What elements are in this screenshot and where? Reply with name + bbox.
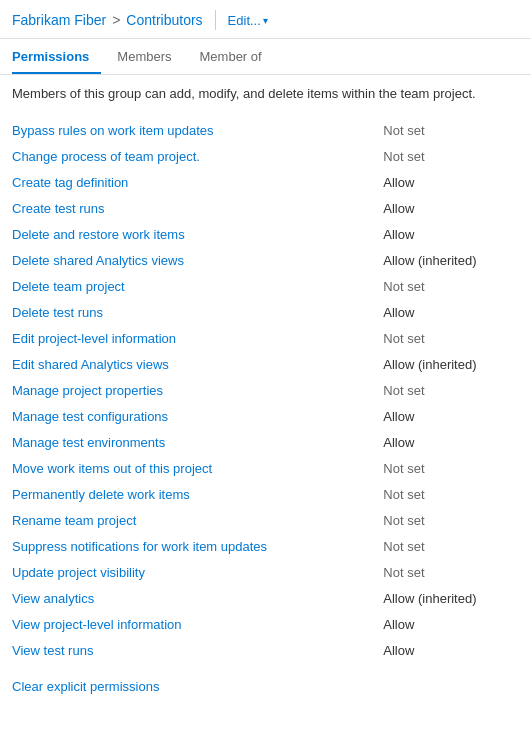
- permission-name[interactable]: Delete and restore work items: [12, 221, 383, 247]
- permission-value: Allow: [383, 403, 519, 429]
- permission-name[interactable]: Suppress notifications for work item upd…: [12, 533, 383, 559]
- permission-name[interactable]: Create test runs: [12, 195, 383, 221]
- permission-name[interactable]: View analytics: [12, 585, 383, 611]
- permission-value: Not set: [383, 481, 519, 507]
- table-row: Delete shared Analytics viewsAllow (inhe…: [12, 247, 519, 273]
- permission-value: Not set: [383, 325, 519, 351]
- header-divider: [215, 10, 216, 30]
- main-content: Members of this group can add, modify, a…: [0, 75, 531, 704]
- table-row: Delete team projectNot set: [12, 273, 519, 299]
- permission-value: Not set: [383, 533, 519, 559]
- permission-name[interactable]: Change process of team project.: [12, 143, 383, 169]
- permissions-table: Bypass rules on work item updatesNot set…: [12, 117, 519, 663]
- permission-name[interactable]: Delete test runs: [12, 299, 383, 325]
- chevron-down-icon: ▾: [263, 15, 268, 26]
- permission-value: Not set: [383, 377, 519, 403]
- table-row: Delete test runsAllow: [12, 299, 519, 325]
- table-row: Suppress notifications for work item upd…: [12, 533, 519, 559]
- permission-name[interactable]: Rename team project: [12, 507, 383, 533]
- permission-value: Not set: [383, 273, 519, 299]
- table-row: Rename team projectNot set: [12, 507, 519, 533]
- tab-bar: Permissions Members Member of: [0, 39, 531, 75]
- clear-permissions-link[interactable]: Clear explicit permissions: [12, 679, 159, 694]
- permission-value: Allow (inherited): [383, 585, 519, 611]
- permission-value: Not set: [383, 117, 519, 143]
- breadcrumb-org[interactable]: Fabrikam Fiber: [12, 12, 106, 28]
- group-description: Members of this group can add, modify, a…: [12, 85, 519, 103]
- table-row: View test runsAllow: [12, 637, 519, 663]
- permission-name[interactable]: Manage test configurations: [12, 403, 383, 429]
- permission-name[interactable]: Edit shared Analytics views: [12, 351, 383, 377]
- permission-value: Allow: [383, 221, 519, 247]
- permission-name[interactable]: View project-level information: [12, 611, 383, 637]
- tab-member-of[interactable]: Member of: [200, 39, 274, 74]
- table-row: Bypass rules on work item updatesNot set: [12, 117, 519, 143]
- table-row: Delete and restore work itemsAllow: [12, 221, 519, 247]
- breadcrumb-group[interactable]: Contributors: [126, 12, 202, 28]
- permission-value: Allow (inherited): [383, 247, 519, 273]
- table-row: Manage project propertiesNot set: [12, 377, 519, 403]
- permission-name[interactable]: Move work items out of this project: [12, 455, 383, 481]
- table-row: Move work items out of this projectNot s…: [12, 455, 519, 481]
- permission-value: Allow: [383, 169, 519, 195]
- tab-members[interactable]: Members: [117, 39, 183, 74]
- permission-name[interactable]: Bypass rules on work item updates: [12, 117, 383, 143]
- permission-name[interactable]: View test runs: [12, 637, 383, 663]
- table-row: Manage test configurationsAllow: [12, 403, 519, 429]
- permission-value: Allow: [383, 637, 519, 663]
- permission-value: Allow (inherited): [383, 351, 519, 377]
- permission-name[interactable]: Create tag definition: [12, 169, 383, 195]
- permission-value: Allow: [383, 611, 519, 637]
- permission-value: Not set: [383, 455, 519, 481]
- table-row: Edit project-level informationNot set: [12, 325, 519, 351]
- table-row: Create tag definitionAllow: [12, 169, 519, 195]
- breadcrumb-separator: >: [112, 12, 120, 28]
- table-row: Permanently delete work itemsNot set: [12, 481, 519, 507]
- table-row: Create test runsAllow: [12, 195, 519, 221]
- edit-button[interactable]: Edit... ▾: [228, 13, 268, 28]
- table-row: Edit shared Analytics viewsAllow (inheri…: [12, 351, 519, 377]
- table-row: Manage test environmentsAllow: [12, 429, 519, 455]
- permission-value: Allow: [383, 299, 519, 325]
- permission-name[interactable]: Manage project properties: [12, 377, 383, 403]
- permission-value: Not set: [383, 507, 519, 533]
- permission-name[interactable]: Manage test environments: [12, 429, 383, 455]
- permission-value: Allow: [383, 429, 519, 455]
- table-row: Update project visibilityNot set: [12, 559, 519, 585]
- permission-name[interactable]: Update project visibility: [12, 559, 383, 585]
- permission-value: Allow: [383, 195, 519, 221]
- tab-permissions[interactable]: Permissions: [12, 39, 101, 74]
- table-row: View project-level informationAllow: [12, 611, 519, 637]
- table-row: Change process of team project.Not set: [12, 143, 519, 169]
- permission-name[interactable]: Delete shared Analytics views: [12, 247, 383, 273]
- permission-name[interactable]: Edit project-level information: [12, 325, 383, 351]
- permission-name[interactable]: Permanently delete work items: [12, 481, 383, 507]
- permission-value: Not set: [383, 559, 519, 585]
- page-header: Fabrikam Fiber > Contributors Edit... ▾: [0, 0, 531, 39]
- permission-value: Not set: [383, 143, 519, 169]
- table-row: View analyticsAllow (inherited): [12, 585, 519, 611]
- permission-name[interactable]: Delete team project: [12, 273, 383, 299]
